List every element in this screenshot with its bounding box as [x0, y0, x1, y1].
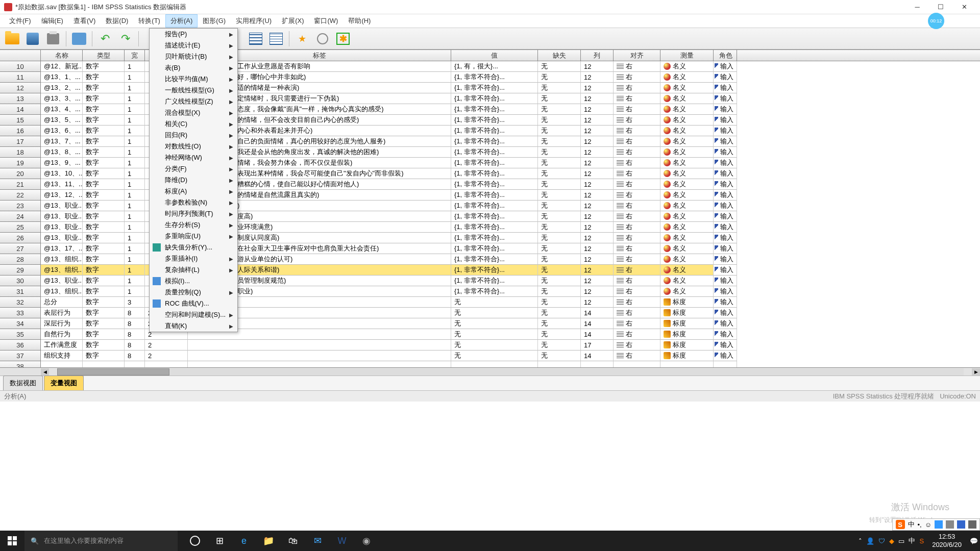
grid-button-1[interactable]: [247, 30, 265, 48]
cell-missing[interactable]: 无: [538, 136, 581, 147]
cell-role[interactable]: 输入: [714, 276, 737, 286]
cell-type[interactable]: 数字: [83, 233, 125, 243]
cell-columns[interactable]: 12: [581, 179, 614, 190]
cell-align[interactable]: 右: [614, 233, 660, 243]
table-row[interactable]: 10@12、新冠...数字1疫情对您的导游工作从业意愿是否有影响{1, 有，很大…: [0, 61, 980, 72]
table-row[interactable]: 30@13、职业...数字1为现行的导游人员管理制度规范){1, 非常不符合}.…: [0, 276, 980, 286]
edge-app[interactable]: e: [232, 531, 256, 551]
grid-body[interactable]: 10@12、新冠...数字1疫情对您的导游工作从业意愿是否有影响{1, 有，很大…: [0, 61, 980, 367]
row-number[interactable]: 32: [0, 297, 41, 308]
cell-width[interactable]: 8: [125, 340, 145, 350]
cell-values[interactable]: 无: [451, 340, 538, 350]
cell-measure[interactable]: 名义: [660, 115, 714, 126]
cell-missing[interactable]: 无: [538, 222, 581, 233]
menu-file[interactable]: 文件(F): [4, 14, 36, 28]
cell-measure[interactable]: 名义: [660, 286, 714, 297]
cell-decimals[interactable]: 2: [145, 350, 188, 361]
cell-width[interactable]: 1: [125, 243, 145, 254]
menu-item-x[interactable]: 混合模型(X)▶: [150, 107, 237, 118]
cell-role[interactable]: 输入: [714, 201, 737, 211]
row-number[interactable]: 22: [0, 190, 41, 201]
cell-missing[interactable]: 无: [538, 243, 581, 254]
cell-missing[interactable]: 无: [538, 276, 581, 286]
cell-role[interactable]: 输入: [714, 72, 737, 83]
table-row[interactable]: 34深层行为数字82无无14右标度输入: [0, 318, 980, 329]
add-button[interactable]: ✱: [334, 30, 352, 48]
cell-role[interactable]: 输入: [714, 115, 737, 126]
cell-values[interactable]: {1, 非常不符合}...: [451, 190, 538, 201]
cell-missing[interactable]: 无: [538, 265, 581, 276]
cell-name[interactable]: @13、10、...: [41, 168, 83, 179]
cell-name[interactable]: @13、11、...: [41, 179, 83, 190]
cell-measure[interactable]: 名义: [660, 72, 714, 83]
cell-columns[interactable]: 12: [581, 201, 614, 211]
table-row[interactable]: 36工作满意度数字82无无17右标度输入: [0, 340, 980, 350]
menu-item-f[interactable]: 分类(F)▶: [150, 163, 237, 174]
menu-analyze[interactable]: 分析(A): [165, 14, 198, 28]
cell-values[interactable]: {1, 非常不符合}...: [451, 286, 538, 297]
cell-role[interactable]: 输入: [714, 147, 737, 158]
cell-type[interactable]: 数字: [83, 254, 125, 265]
cell-role[interactable]: 输入: [714, 136, 737, 147]
cell-missing[interactable]: 无: [538, 286, 581, 297]
cell-name[interactable]: 表层行为: [41, 308, 83, 318]
cell-measure[interactable]: 名义: [660, 136, 714, 147]
cell-values[interactable]: {1, 非常不符合}...: [451, 126, 538, 136]
cortana-button[interactable]: [183, 531, 207, 551]
cell-align[interactable]: 右: [614, 179, 660, 190]
cell-type[interactable]: 数字: [83, 318, 125, 329]
cell-align[interactable]: 右: [614, 190, 660, 201]
cell-missing[interactable]: 无: [538, 308, 581, 318]
menu-item-b[interactable]: 贝叶斯统计(B)▶: [150, 51, 237, 62]
cell-type[interactable]: 数字: [83, 190, 125, 201]
cell-type[interactable]: [83, 361, 125, 367]
cell-role[interactable]: 输入: [714, 254, 737, 265]
cell-width[interactable]: 1: [125, 158, 145, 168]
cell-columns[interactable]: 12: [581, 126, 614, 136]
cell-align[interactable]: 右: [614, 318, 660, 329]
cell-columns[interactable]: 12: [581, 222, 614, 233]
tray-battery-icon[interactable]: ▭: [898, 537, 904, 545]
row-number[interactable]: 38: [0, 361, 41, 367]
cell-values[interactable]: {1, 非常不符合}...: [451, 83, 538, 93]
close-button[interactable]: ✕: [952, 0, 976, 14]
table-row[interactable]: 20@13、10、...数字1必须在顾客面前表现出某种情绪，我会尽可能使自己"发…: [0, 168, 980, 179]
row-number[interactable]: 33: [0, 308, 41, 318]
cell-missing[interactable]: 无: [538, 126, 581, 136]
menu-item-c[interactable]: 相关(C)▶: [150, 118, 237, 130]
cell-values[interactable]: {1, 非常不符合}...: [451, 233, 538, 243]
cell-values[interactable]: {1, 非常不符合}...: [451, 265, 538, 276]
menu-item-w[interactable]: 神经网络(W)▶: [150, 152, 237, 163]
col-type[interactable]: 类型: [83, 50, 125, 61]
menu-item-k[interactable]: 直销(K)▶: [150, 320, 237, 332]
cell-role[interactable]: 输入: [714, 61, 737, 72]
cell-missing[interactable]: 无: [538, 179, 581, 190]
menu-view[interactable]: 查看(V): [68, 14, 101, 28]
cell-missing[interactable]: 无: [538, 83, 581, 93]
table-row[interactable]: 23@13、职业...数字1欢从事导游工作){1, 非常不符合}...无12右名…: [0, 201, 980, 211]
cell-columns[interactable]: 17: [581, 340, 614, 350]
cell-decimals[interactable]: 2: [145, 340, 188, 350]
cell-missing[interactable]: 无: [538, 61, 581, 72]
cell-measure[interactable]: 名义: [660, 243, 714, 254]
menu-item-z[interactable]: 广义线性模型(Z)▶: [150, 96, 237, 107]
minimize-button[interactable]: ─: [905, 0, 929, 14]
menu-item-y[interactable]: 缺失值分析(Y)...: [150, 242, 237, 253]
row-number[interactable]: 31: [0, 286, 41, 297]
cell-measure[interactable]: 名义: [660, 158, 714, 168]
menu-item-q[interactable]: 质量控制(Q)▶: [150, 287, 237, 298]
table-row[interactable]: 35自然行为数字82无无14右标度输入: [0, 329, 980, 340]
table-row[interactable]: 19@13、9、...数字1团中所要表现的情绪，我会努力体会，而不仅仅是假装){…: [0, 158, 980, 168]
tray-people-icon[interactable]: 👤: [866, 537, 874, 545]
cell-missing[interactable]: 无: [538, 211, 581, 222]
cell-type[interactable]: 数字: [83, 104, 125, 115]
menu-item-l[interactable]: 复杂抽样(L)▶: [150, 264, 237, 276]
cell-columns[interactable]: 14: [581, 318, 614, 329]
explorer-app[interactable]: 📁: [256, 531, 281, 551]
cell-name[interactable]: @13、8、...: [41, 147, 83, 158]
grid-button-2[interactable]: [267, 30, 285, 48]
cell-missing[interactable]: 无: [538, 115, 581, 126]
cell-role[interactable]: 输入: [714, 297, 737, 308]
cell-role[interactable]: 输入: [714, 286, 737, 297]
cell-width[interactable]: 1: [125, 136, 145, 147]
